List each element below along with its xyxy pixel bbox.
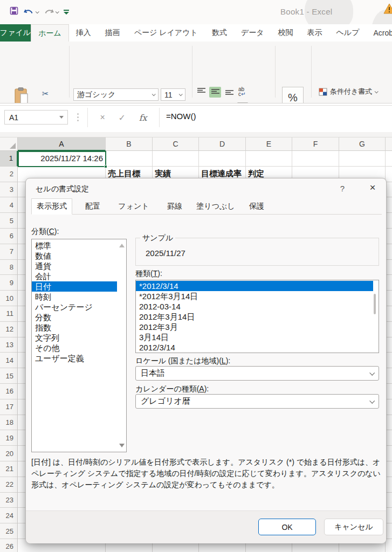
row-header[interactable]: 1: [0, 151, 18, 167]
scroll-down-icon[interactable]: [119, 444, 125, 447]
font-name-combo[interactable]: 游ゴシック: [73, 88, 159, 101]
formula-bar-grip[interactable]: [77, 113, 79, 115]
warning-icon[interactable]: [383, 3, 392, 16]
middle-align-button[interactable]: [209, 87, 221, 98]
category-item[interactable]: 指数: [32, 322, 117, 333]
cell[interactable]: [386, 167, 392, 182]
redo-button[interactable]: [44, 8, 58, 16]
cell[interactable]: [199, 151, 246, 167]
insert-function-icon[interactable]: fx: [139, 113, 147, 123]
row-header[interactable]: 24: [0, 508, 18, 523]
column-header[interactable]: D: [199, 137, 246, 151]
type-item[interactable]: 2012/3/14: [136, 342, 373, 353]
increase-font-button[interactable]: A: [128, 102, 134, 104]
percent-style-button[interactable]: %: [282, 87, 304, 104]
dialog-close-button[interactable]: ×: [366, 182, 380, 194]
row-header[interactable]: 3: [0, 182, 18, 198]
format-as-table-button[interactable]: テーブルとして書式設定: [319, 103, 392, 104]
column-header[interactable]: A: [18, 137, 106, 151]
ribbon-tab-ホーム[interactable]: ホーム: [31, 24, 69, 42]
top-align-button[interactable]: [195, 87, 207, 98]
type-item[interactable]: 2012年3月: [136, 322, 373, 332]
align-left-button[interactable]: [195, 102, 207, 104]
type-item[interactable]: 2012-03-14: [136, 301, 373, 312]
row-header[interactable]: 11: [0, 306, 18, 322]
category-item[interactable]: 分数: [32, 312, 117, 322]
ribbon-tab-描画[interactable]: 描画: [98, 24, 127, 42]
row-header[interactable]: 10: [0, 291, 18, 306]
column-header[interactable]: G: [339, 137, 386, 151]
category-item[interactable]: 通貨: [32, 261, 117, 271]
row-header[interactable]: 21: [0, 461, 18, 477]
category-item[interactable]: 文字列: [32, 333, 117, 343]
align-right-button[interactable]: [223, 102, 235, 104]
category-item[interactable]: 標準: [32, 240, 117, 251]
row-header[interactable]: 13: [0, 337, 18, 353]
row-header[interactable]: 18: [0, 415, 18, 431]
row-header[interactable]: 20: [0, 446, 18, 461]
conditional-formatting-button[interactable]: 条件付き書式: [319, 87, 377, 96]
category-item[interactable]: 時刻: [32, 292, 117, 302]
ribbon-tab-データ[interactable]: データ: [234, 24, 271, 42]
type-item[interactable]: 3月14日: [136, 332, 373, 342]
undo-button[interactable]: [24, 8, 38, 16]
type-item[interactable]: *2012/3/14: [136, 281, 373, 291]
category-item[interactable]: 会計: [32, 271, 117, 281]
row-header[interactable]: 2: [0, 167, 18, 182]
row-header[interactable]: 15: [0, 368, 18, 384]
cell[interactable]: [386, 151, 392, 167]
ribbon-tab-ページ レイアウト[interactable]: ページ レイアウト: [127, 24, 205, 42]
name-box-dropdown-icon[interactable]: [59, 116, 64, 119]
dialog-tab-フォント[interactable]: フォント: [113, 198, 154, 214]
ok-button[interactable]: OK: [258, 519, 316, 535]
category-item[interactable]: ユーザー定義: [32, 353, 117, 363]
cell[interactable]: [246, 151, 292, 167]
row-header[interactable]: 16: [0, 384, 18, 399]
ribbon-tab-Acrobat[interactable]: Acrobat: [366, 24, 392, 42]
save-icon[interactable]: [10, 6, 18, 17]
column-header[interactable]: C: [153, 137, 199, 151]
row-header[interactable]: 6: [0, 229, 18, 244]
ribbon-tab-表示[interactable]: 表示: [300, 24, 329, 42]
customize-qat-icon[interactable]: [64, 10, 69, 15]
dialog-help-button[interactable]: ?: [337, 184, 348, 193]
row-header[interactable]: 23: [0, 493, 18, 508]
scroll-up-icon[interactable]: [119, 244, 125, 247]
name-box[interactable]: A1: [4, 110, 68, 125]
category-listbox[interactable]: 標準数値通貨会計日付時刻パーセンテージ分数指数文字列その他ユーザー定義: [31, 239, 127, 452]
cancel-formula-icon[interactable]: ×: [100, 113, 105, 122]
cut-icon[interactable]: ✂: [42, 89, 49, 99]
bottom-align-button[interactable]: [223, 87, 235, 98]
row-header[interactable]: 14: [0, 353, 18, 368]
ribbon-tab-数式[interactable]: 数式: [205, 24, 234, 42]
font-size-combo[interactable]: 11: [161, 88, 185, 101]
dialog-tab-表示形式[interactable]: 表示形式: [31, 198, 72, 215]
locale-dropdown[interactable]: 日本語: [135, 366, 379, 381]
category-item[interactable]: その他: [32, 343, 117, 353]
cell[interactable]: 2025/11/27 14:26: [18, 151, 106, 167]
cell[interactable]: [292, 151, 339, 167]
wrap-text-button[interactable]: abc↵: [238, 87, 245, 96]
row-header[interactable]: 7: [0, 244, 18, 260]
ribbon-tab-校閲[interactable]: 校閲: [271, 24, 300, 42]
dialog-tab-罫線[interactable]: 罫線: [154, 198, 195, 214]
ribbon-tab-ヘルプ[interactable]: ヘルプ: [329, 24, 367, 42]
select-all-corner[interactable]: [0, 137, 18, 151]
type-listbox[interactable]: *2012/3/14*2012年3月14日2012-03-142012年3月14…: [135, 280, 379, 353]
row-header[interactable]: 19: [0, 430, 18, 446]
cell[interactable]: [106, 151, 153, 167]
paste-icon[interactable]: [14, 87, 29, 104]
row-header[interactable]: 17: [0, 399, 18, 415]
italic-button[interactable]: I: [91, 102, 93, 104]
merge-center-icon[interactable]: [237, 102, 248, 104]
underline-button[interactable]: U: [103, 102, 109, 104]
category-item[interactable]: 日付: [32, 281, 117, 292]
category-item[interactable]: パーセンテージ: [32, 302, 117, 312]
dialog-tab-配置[interactable]: 配置: [72, 198, 113, 214]
type-item[interactable]: 2012年3月14日: [136, 312, 373, 322]
undo-dropdown-icon[interactable]: [36, 10, 39, 13]
row-header[interactable]: 26: [0, 539, 18, 552]
formula-input[interactable]: =NOW(): [166, 112, 196, 121]
ribbon-tab-挿入[interactable]: 挿入: [69, 24, 98, 42]
row-header[interactable]: 25: [0, 523, 18, 539]
